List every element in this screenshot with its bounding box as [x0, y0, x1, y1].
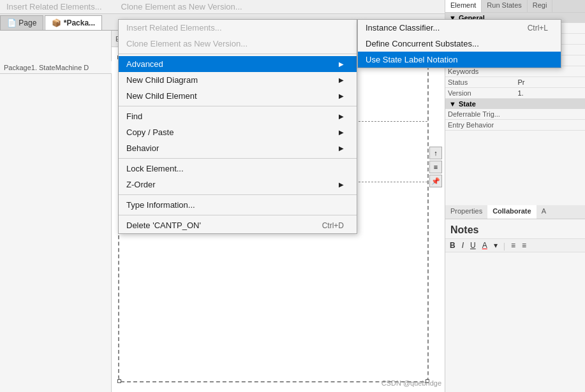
status-prop-value: Pr — [515, 77, 586, 88]
separator-4 — [119, 194, 357, 195]
new-child-element-label: New Child Element — [126, 91, 197, 101]
notes-title: Notes — [445, 219, 585, 238]
delete-item[interactable]: Delete 'CANTP_ON' Ctrl+D — [119, 217, 357, 233]
find-item[interactable]: Find ▶ — [119, 108, 357, 124]
entry-behavior-prop-label: Entry Behavior — [445, 120, 515, 131]
insert-related-label: Insert Related Elements... — [126, 23, 222, 33]
state-section-header: ▼ State — [445, 99, 585, 109]
tab-package-label: *Packa... — [64, 18, 95, 27]
run-states-tab[interactable]: Run States — [482, 0, 527, 12]
breadcrumb: Package1. StateMachine D — [0, 61, 112, 74]
state-collapse-icon[interactable]: ▼ — [449, 100, 456, 108]
list-button-2[interactable]: ≡ — [520, 240, 528, 250]
left-sidebar: Package1. StateMachine D — [0, 31, 112, 392]
list-button-1[interactable]: ≡ — [509, 240, 517, 250]
collaborate-tab[interactable]: Collaborate — [487, 205, 537, 219]
new-child-diagram-label: New Child Diagram — [126, 75, 198, 85]
entry-behavior-row: Entry Behavior — [445, 120, 585, 131]
version-prop-label: Version — [445, 88, 515, 99]
list-tool[interactable]: ≡ — [429, 161, 442, 173]
underline-button[interactable]: U — [468, 240, 478, 250]
separator-5 — [119, 215, 357, 215]
status-row: Status Pr — [445, 77, 585, 88]
notes-section: Notes B I U A ▾ | ≡ ≡ — [445, 219, 585, 252]
z-order-label: Z-Order — [126, 180, 156, 189]
lock-element-label: Lock Element... — [126, 164, 184, 173]
type-information-item[interactable]: Type Information... — [119, 197, 357, 213]
delete-label: Delete 'CANTP_ON' — [126, 221, 201, 230]
copy-paste-label: Copy / Paste — [126, 127, 174, 137]
advanced-submenu: Instance Classifier... Ctrl+L Define Con… — [357, 19, 561, 68]
advanced-arrow: ▶ — [339, 61, 344, 68]
element-tab[interactable]: Element — [445, 0, 482, 12]
italic-button[interactable]: I — [460, 240, 466, 250]
status-prop-label: Status — [445, 77, 515, 88]
watermark: CSDN @quebridge — [381, 379, 441, 387]
context-menu: Insert Related Elements... Clone Element… — [118, 19, 357, 234]
clone-element-item[interactable]: Clone Element as New Version... — [119, 36, 357, 52]
state-label: State — [459, 100, 476, 108]
page-tab-icon: 📄 — [7, 18, 17, 27]
copy-paste-item[interactable]: Copy / Paste ▶ — [119, 124, 357, 140]
version-prop-value: 1. — [515, 88, 586, 99]
a-tab[interactable]: A — [537, 205, 551, 219]
breadcrumb-text: Package1. StateMachine D — [4, 64, 89, 71]
corner-handle-bl — [117, 379, 121, 383]
insert-related-menu-item[interactable]: Insert Related Elements... — [0, 1, 108, 13]
clone-element-label: Clone Element as New Version... — [126, 39, 248, 48]
instance-classifier-shortcut: Ctrl+L — [528, 24, 548, 33]
new-child-diagram-arrow: ▶ — [339, 76, 344, 83]
find-arrow: ▶ — [339, 113, 344, 120]
copy-paste-arrow: ▶ — [339, 129, 344, 136]
color-arrow[interactable]: ▾ — [492, 240, 500, 250]
deferrable-row: Deferrable Trig... — [445, 109, 585, 120]
new-child-element-arrow: ▶ — [339, 92, 344, 99]
color-button[interactable]: A — [480, 240, 489, 250]
advanced-label: Advanced — [126, 59, 163, 69]
bottom-tabs: Properties Collaborate A — [445, 205, 585, 219]
deferrable-prop-label: Deferrable Trig... — [445, 109, 515, 120]
separator-2 — [119, 106, 357, 106]
toolbar-divider: | — [503, 241, 505, 250]
notes-toolbar: B I U A ▾ | ≡ ≡ — [445, 238, 585, 252]
bold-button[interactable]: B — [448, 240, 457, 250]
type-information-label: Type Information... — [126, 200, 195, 210]
use-state-label-item[interactable]: Use State Label Notation — [358, 52, 561, 68]
tab-package[interactable]: 📦 *Packa... — [45, 15, 102, 30]
package-tab-icon: 📦 — [52, 18, 61, 27]
up-arrow-tool[interactable]: ↑ — [429, 147, 442, 159]
define-concurrent-label: Define Concurrent Substates... — [366, 39, 479, 48]
new-child-element-item[interactable]: New Child Element ▶ — [119, 88, 357, 104]
behavior-label: Behavior — [126, 143, 159, 153]
define-concurrent-item[interactable]: Define Concurrent Substates... — [358, 36, 561, 52]
delete-shortcut: Ctrl+D — [322, 221, 344, 230]
new-child-diagram-item[interactable]: New Child Diagram ▶ — [119, 72, 357, 88]
properties-tab[interactable]: Properties — [445, 205, 487, 219]
z-order-arrow: ▶ — [339, 181, 344, 188]
advanced-item[interactable]: Advanced ▶ — [119, 56, 357, 72]
separator-1 — [119, 54, 357, 54]
insert-related-item[interactable]: Insert Related Elements... — [119, 20, 357, 36]
z-order-item[interactable]: Z-Order ▶ — [119, 177, 357, 192]
instance-classifier-item[interactable]: Instance Classifier... Ctrl+L — [358, 20, 561, 36]
find-label: Find — [126, 112, 142, 121]
use-state-label-label: Use State Label Notation — [366, 55, 458, 64]
deferrable-prop-value — [515, 109, 586, 120]
tab-page[interactable]: 📄 Page — [0, 15, 43, 30]
tab-page-label: Page — [19, 18, 36, 27]
instance-classifier-label: Instance Classifier... — [366, 23, 440, 33]
behavior-arrow: ▶ — [339, 145, 344, 152]
behavior-item[interactable]: Behavior ▶ — [119, 140, 357, 156]
entry-behavior-prop-value — [515, 120, 586, 131]
state-props-table: Deferrable Trig... Entry Behavior — [445, 109, 585, 131]
regi-tab[interactable]: Regi — [528, 0, 553, 12]
lock-element-item[interactable]: Lock Element... — [119, 161, 357, 177]
version-row: Version 1. — [445, 88, 585, 99]
separator-3 — [119, 158, 357, 159]
pin-tool[interactable]: 📌 — [429, 175, 442, 187]
right-top-tabs: Element Run States Regi — [445, 0, 585, 13]
side-toolbar: ↑ ≡ 📌 — [429, 147, 442, 187]
clone-element-menu-item[interactable]: Clone Element as New Version... — [115, 1, 249, 13]
